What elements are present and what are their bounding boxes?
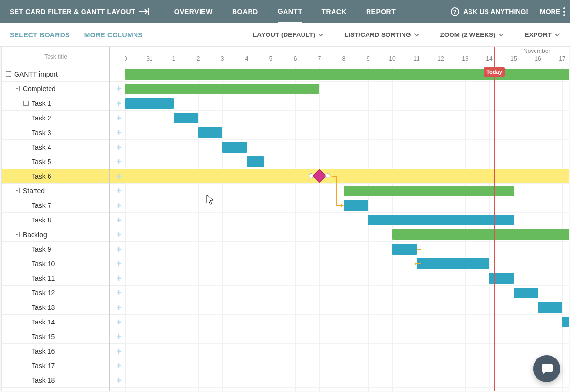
timeline-row[interactable] bbox=[125, 96, 569, 111]
task-row[interactable]: Task 13 bbox=[2, 300, 109, 315]
gantt-bar[interactable] bbox=[198, 127, 222, 138]
timeline-row[interactable] bbox=[125, 111, 569, 125]
add-subtask-button[interactable]: + bbox=[116, 288, 122, 298]
timeline-row[interactable] bbox=[125, 169, 569, 184]
add-subtask-button[interactable]: + bbox=[116, 157, 122, 167]
task-row[interactable]: −Backlog bbox=[2, 227, 109, 242]
nav-tab-track[interactable]: TRACK bbox=[321, 0, 347, 23]
task-row[interactable]: Task 16 bbox=[2, 344, 109, 358]
timeline-row[interactable] bbox=[125, 271, 569, 286]
task-row[interactable]: Task 3 bbox=[2, 125, 109, 140]
collapse-icon[interactable]: − bbox=[6, 71, 11, 77]
gantt-bar[interactable] bbox=[538, 302, 562, 313]
task-row[interactable]: −GANTT import bbox=[2, 67, 109, 82]
add-subtask-button[interactable]: + bbox=[116, 303, 122, 312]
add-subtask-button[interactable]: + bbox=[116, 215, 122, 225]
timeline-row[interactable] bbox=[125, 140, 569, 154]
add-subtask-button[interactable]: + bbox=[116, 332, 122, 341]
timeline-row[interactable] bbox=[125, 256, 569, 271]
chat-fab[interactable] bbox=[533, 355, 560, 382]
add-subtask-button[interactable]: + bbox=[116, 259, 122, 269]
gantt-bar[interactable] bbox=[125, 98, 174, 109]
task-row[interactable]: Task 9 bbox=[2, 242, 109, 256]
task-row[interactable]: Task 15 bbox=[2, 329, 109, 344]
timeline-row[interactable] bbox=[125, 154, 569, 169]
collapse-icon[interactable]: − bbox=[15, 86, 20, 91]
gantt-bar[interactable] bbox=[247, 156, 264, 167]
gantt-bar[interactable] bbox=[392, 244, 417, 255]
nav-tab-gantt[interactable]: GANTT bbox=[278, 0, 302, 23]
add-subtask-button[interactable]: + bbox=[116, 113, 122, 123]
milestone[interactable] bbox=[313, 169, 326, 183]
timeline[interactable]: 0311234567891011121314151617 November To… bbox=[125, 47, 569, 391]
expand-icon[interactable]: + bbox=[23, 101, 29, 106]
task-row[interactable]: Task 5 bbox=[2, 154, 109, 169]
timeline-row[interactable] bbox=[125, 300, 569, 315]
gantt-bar[interactable] bbox=[489, 273, 514, 284]
timeline-row[interactable] bbox=[125, 286, 569, 300]
add-subtask-button[interactable]: + bbox=[116, 244, 122, 254]
layout-dropdown[interactable]: LAYOUT (DEFAULT) bbox=[253, 31, 324, 38]
add-subtask-button[interactable]: + bbox=[116, 375, 122, 385]
timeline-row[interactable] bbox=[125, 184, 569, 198]
timeline-row[interactable] bbox=[125, 198, 569, 213]
task-row[interactable]: −Started bbox=[2, 184, 109, 198]
timeline-row[interactable] bbox=[125, 329, 569, 344]
more-button[interactable]: MORE bbox=[540, 7, 565, 16]
ask-us-button[interactable]: ? ASK US ANYTHING! bbox=[451, 7, 528, 16]
task-row[interactable]: Task 18 bbox=[2, 373, 109, 388]
task-row[interactable]: +Task 1 bbox=[2, 96, 109, 111]
gantt-bar[interactable] bbox=[222, 142, 247, 153]
add-subtask-button[interactable]: + bbox=[116, 230, 122, 239]
task-row[interactable]: Task 8 bbox=[2, 213, 109, 227]
add-subtask-button[interactable]: + bbox=[116, 186, 122, 196]
gantt-bar[interactable] bbox=[344, 200, 368, 211]
nav-tab-report[interactable]: REPORT bbox=[366, 0, 396, 23]
gantt-bar[interactable] bbox=[562, 317, 569, 327]
add-subtask-button[interactable]: + bbox=[116, 142, 122, 152]
add-subtask-button[interactable]: + bbox=[116, 317, 122, 327]
timeline-row[interactable] bbox=[125, 344, 569, 358]
filter-button[interactable]: SET CARD FILTER & GANTT LAYOUT bbox=[10, 8, 150, 16]
task-row[interactable]: Task 2 bbox=[2, 111, 109, 125]
timeline-row[interactable] bbox=[125, 227, 569, 242]
gantt-bar[interactable] bbox=[368, 215, 514, 225]
select-boards-button[interactable]: SELECT BOARDS bbox=[10, 31, 70, 39]
add-subtask-button[interactable]: + bbox=[116, 346, 122, 356]
task-row[interactable]: Task 14 bbox=[2, 315, 109, 329]
timeline-row[interactable] bbox=[125, 242, 569, 256]
gantt-bar[interactable] bbox=[392, 229, 569, 240]
nav-tab-overview[interactable]: OVERVIEW bbox=[174, 0, 213, 23]
gantt-bar[interactable] bbox=[125, 84, 319, 94]
export-dropdown[interactable]: EXPORT bbox=[524, 31, 560, 38]
add-subtask-button[interactable]: + bbox=[116, 84, 122, 94]
timeline-row[interactable] bbox=[125, 82, 569, 96]
gantt-bar[interactable] bbox=[417, 258, 489, 269]
add-subtask-button[interactable]: + bbox=[116, 361, 122, 371]
timeline-row[interactable] bbox=[125, 125, 569, 140]
more-columns-button[interactable]: MORE COLUMNS bbox=[84, 31, 143, 39]
add-subtask-button[interactable]: + bbox=[116, 273, 122, 283]
zoom-dropdown[interactable]: ZOOM (2 WEEKS) bbox=[440, 31, 504, 38]
add-subtask-button[interactable]: + bbox=[116, 171, 122, 181]
timeline-row[interactable] bbox=[125, 315, 569, 329]
task-row[interactable]: −Completed bbox=[2, 82, 109, 96]
milestone-handle[interactable] bbox=[325, 173, 330, 178]
nav-tab-board[interactable]: BOARD bbox=[232, 0, 258, 23]
task-row[interactable]: Task 6 bbox=[2, 169, 109, 184]
collapse-icon[interactable]: − bbox=[15, 188, 20, 193]
task-row[interactable]: Task 17 bbox=[2, 358, 109, 373]
task-row[interactable]: Task 11 bbox=[2, 271, 109, 286]
task-row[interactable]: Task 7 bbox=[2, 198, 109, 213]
gantt-bar[interactable] bbox=[344, 186, 514, 196]
timeline-row[interactable] bbox=[125, 358, 569, 373]
task-row[interactable]: Task 12 bbox=[2, 286, 109, 300]
add-subtask-button[interactable]: + bbox=[116, 128, 122, 137]
timeline-row[interactable] bbox=[125, 213, 569, 227]
sorting-dropdown[interactable]: LIST/CARD SORTING bbox=[344, 31, 419, 38]
add-subtask-button[interactable]: + bbox=[116, 99, 122, 108]
timeline-row[interactable] bbox=[125, 373, 569, 388]
task-row[interactable]: Task 4 bbox=[2, 140, 109, 154]
add-subtask-button[interactable]: + bbox=[116, 201, 122, 210]
gantt-bar[interactable] bbox=[514, 288, 538, 298]
